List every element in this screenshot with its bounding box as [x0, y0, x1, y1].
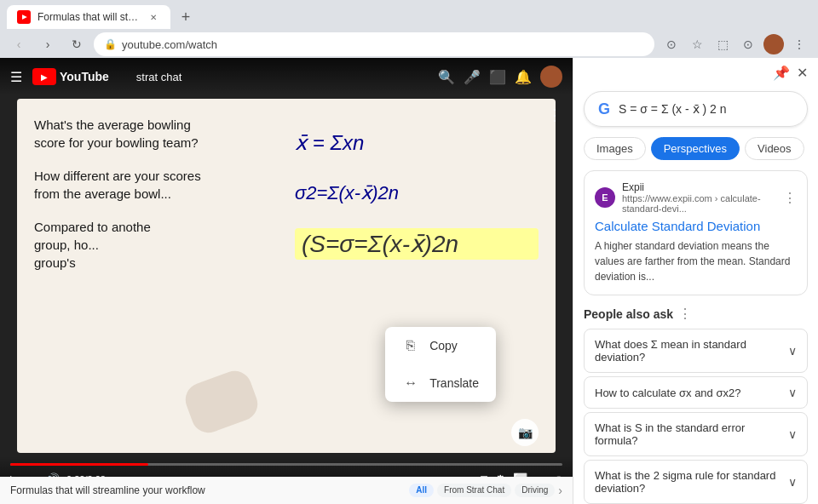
filter-images[interactable]: Images — [584, 137, 646, 160]
video-side: ☰ ▶ YouTube strat chat 🔍 🎤 ⬛ 🔔 — [0, 58, 573, 504]
paa-question-1: How to calculate σx and σx2? — [595, 387, 740, 399]
nav-bar: ‹ › ↻ 🔒 youtube.com/watch ⊙ ☆ ⬚ ⊙ ⋮ — [0, 29, 818, 60]
paa-question-3: What is the 2 sigma rule for standard de… — [595, 469, 788, 495]
profile-avatar[interactable] — [762, 32, 786, 56]
copy-menu-item[interactable]: ⎘ Copy — [385, 327, 496, 364]
filter-videos[interactable]: Videos — [745, 137, 804, 160]
google-search-bar[interactable]: G S = σ = Σ (x - x̄ ) 2 n — [584, 91, 808, 127]
result-more-button[interactable]: ⋮ — [783, 190, 797, 206]
video-options-button[interactable]: ⋮ — [547, 106, 562, 124]
progress-bar[interactable] — [10, 463, 562, 466]
result-url: https://www.expii.com › calculate-standa… — [622, 193, 776, 214]
bookmark-button[interactable]: ☆ — [685, 32, 709, 56]
result-card: E Expii https://www.expii.com › calculat… — [584, 170, 808, 295]
video-title: Formulas that will streamline your workf… — [10, 484, 205, 496]
extensions-button[interactable]: ⬚ — [711, 32, 734, 56]
video-container: ☰ ▶ YouTube strat chat 🔍 🎤 ⬛ 🔔 — [0, 58, 573, 504]
refresh-button[interactable]: ↻ — [65, 32, 89, 56]
wb-formula3: (S=σ=Σ(x-x̄)2n — [295, 228, 539, 260]
paa-header: People also ask ⋮ — [584, 306, 808, 322]
notification-icon[interactable]: 🔔 — [515, 69, 532, 85]
translate-label: Translate — [429, 376, 479, 390]
paa-item-1[interactable]: How to calculate σx and σx2? ∨ — [584, 376, 808, 409]
paa-item-2[interactable]: What is S in the standard error formula?… — [584, 412, 808, 456]
back-button[interactable]: ‹ — [7, 32, 31, 56]
result-source-info: Expii https://www.expii.com › calculate-… — [622, 181, 776, 214]
forward-button[interactable]: › — [36, 32, 60, 56]
translate-icon: ↔ — [402, 375, 419, 392]
result-snippet: A higher standard deviation means the va… — [595, 238, 797, 284]
active-tab[interactable]: ▶ Formulas that will streamline ✕ — [7, 5, 170, 29]
screenshot-button[interactable]: ⊙ — [736, 32, 760, 56]
result-title[interactable]: Calculate Standard Deviation — [595, 219, 797, 233]
youtube-logo-text: YouTube — [60, 70, 109, 83]
strat-badge: From Strat Chat — [437, 484, 511, 497]
tab-bar: ▶ Formulas that will streamline ✕ + — [0, 0, 818, 29]
screen-capture-button[interactable]: 📷 — [511, 419, 539, 446]
copy-icon: ⎘ — [402, 337, 419, 354]
search-icon[interactable]: 🔍 — [438, 69, 455, 85]
progress-fill — [10, 463, 148, 466]
address-bar[interactable]: 🔒 youtube.com/watch — [94, 32, 654, 56]
driving-badge: Driving — [515, 484, 555, 497]
paa-chevron-1: ∨ — [788, 386, 797, 399]
close-panel-button[interactable]: ✕ — [797, 65, 808, 81]
paa-title: People also ask — [584, 307, 673, 321]
wb-formula2: σ2=Σ(x-x̄)2n — [295, 182, 539, 204]
paa-item-3[interactable]: What is the 2 sigma rule for standard de… — [584, 460, 808, 504]
video-title-bar: Formulas that will streamline your workf… — [0, 477, 573, 504]
cast-icon[interactable]: ⬛ — [489, 69, 506, 85]
paa-chevron-2: ∨ — [788, 427, 797, 441]
paa-question-0: What does Σ mean in standard deviation? — [595, 338, 788, 364]
panel-header: 📌 ✕ — [573, 58, 818, 88]
channel-name: strat chat — [136, 71, 181, 83]
youtube-header-icons: 🔍 🎤 ⬛ 🔔 — [438, 66, 562, 88]
search-query: S = σ = Σ (x - x̄ ) 2 n — [619, 102, 726, 116]
user-avatar[interactable] — [540, 66, 562, 88]
tab-close-button[interactable]: ✕ — [147, 10, 160, 24]
all-badge: All — [409, 484, 434, 497]
youtube-logo-icon: ▶ — [32, 68, 56, 85]
toolbar-icons: ⊙ ☆ ⬚ ⊙ ⋮ — [660, 32, 811, 56]
more-menu-button[interactable]: ⋮ — [787, 32, 811, 56]
main-content: ☰ ▶ YouTube strat chat 🔍 🎤 ⬛ 🔔 — [0, 58, 818, 504]
context-menu: ⎘ Copy ↔ Translate — [385, 327, 496, 402]
result-domain: Expii — [622, 181, 776, 193]
address-url: youtube.com/watch — [122, 38, 644, 51]
paa-item-0[interactable]: What does Σ mean in standard deviation? … — [584, 329, 808, 373]
wb-formula1: x̄ = Σxn — [295, 131, 539, 155]
paa-more-button[interactable]: ⋮ — [678, 306, 692, 322]
camera-icon: 📷 — [518, 426, 533, 439]
google-logo: G — [598, 100, 610, 118]
hamburger-icon[interactable]: ☰ — [10, 69, 22, 85]
badge-arrow: › — [558, 484, 562, 497]
video-badges: All From Strat Chat Driving › — [409, 484, 562, 497]
pin-icon[interactable]: 📌 — [773, 65, 790, 81]
tab-favicon: ▶ — [17, 10, 31, 24]
paa-chevron-3: ∨ — [788, 475, 797, 489]
translate-menu-item[interactable]: ↔ Translate — [385, 364, 496, 402]
copy-label: Copy — [429, 339, 458, 352]
wb-question1: What's the average bowling score for you… — [34, 116, 278, 152]
tab-title: Formulas that will streamline — [37, 11, 140, 23]
result-favicon: E — [595, 187, 615, 208]
wb-question2: How different are your scores from the a… — [34, 167, 278, 203]
new-tab-button[interactable]: + — [174, 5, 198, 29]
filter-perspectives[interactable]: Perspectives — [651, 137, 740, 160]
paa-question-2: What is S in the standard error formula? — [595, 421, 788, 447]
google-panel: 📌 ✕ G S = σ = Σ (x - x̄ ) 2 n Images Per… — [573, 58, 818, 504]
wb-question3: Compared to anothe group, ho... group's — [34, 218, 278, 272]
youtube-header: ☰ ▶ YouTube strat chat 🔍 🎤 ⬛ 🔔 — [0, 58, 573, 95]
filter-pills: Images Perspectives Videos — [573, 137, 818, 170]
result-source: E Expii https://www.expii.com › calculat… — [595, 181, 797, 214]
lock-icon: 🔒 — [104, 38, 117, 50]
youtube-logo[interactable]: ▶ YouTube — [32, 68, 109, 85]
people-also-ask: People also ask ⋮ What does Σ mean in st… — [584, 306, 808, 504]
lens-button[interactable]: ⊙ — [660, 32, 683, 56]
paa-chevron-0: ∨ — [788, 344, 797, 358]
mic-icon[interactable]: 🎤 — [464, 69, 481, 85]
browser-chrome: ▶ Formulas that will streamline ✕ + ‹ › … — [0, 0, 818, 58]
